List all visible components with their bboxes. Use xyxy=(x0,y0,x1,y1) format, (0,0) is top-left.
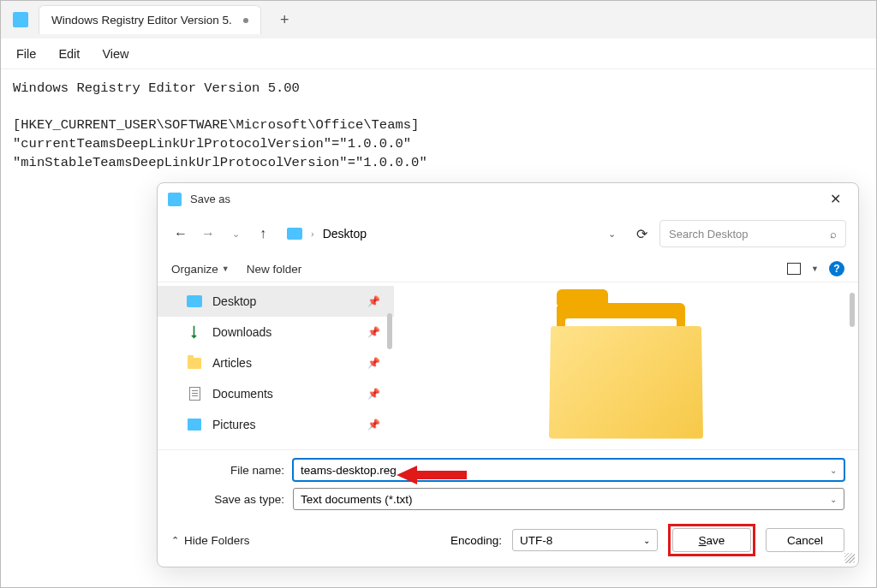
chevron-down-icon[interactable]: ⌄ xyxy=(608,229,616,240)
organize-button[interactable]: Organize ▼ xyxy=(171,263,230,276)
close-button[interactable]: ✕ xyxy=(823,189,848,209)
document-icon xyxy=(189,387,200,401)
menu-view[interactable]: View xyxy=(102,47,128,61)
pin-icon: 📌 xyxy=(367,388,380,400)
monitor-icon xyxy=(187,295,202,307)
recent-locations-button[interactable]: ⌄ xyxy=(224,223,247,245)
save-as-dialog: Save as ✕ ← → ⌄ ↑ › Desktop ⌄ ⟳ Search D… xyxy=(157,182,859,567)
sidebar-item-desktop[interactable]: Desktop 📌 xyxy=(158,286,394,317)
dialog-title: Save as xyxy=(190,193,230,205)
resize-handle[interactable] xyxy=(844,553,855,563)
content-scrollbar[interactable] xyxy=(850,293,855,327)
hide-folders-button[interactable]: ⌃ Hide Folders xyxy=(171,534,250,547)
download-icon: ⭣ xyxy=(187,324,202,340)
pin-icon: 📌 xyxy=(367,326,380,338)
save-type-select[interactable]: Text documents (*.txt) ⌄ xyxy=(293,488,844,510)
sidebar-scrollbar[interactable] xyxy=(387,313,392,349)
picture-icon xyxy=(188,419,201,431)
view-options-button[interactable] xyxy=(787,263,801,275)
new-tab-button[interactable]: + xyxy=(273,8,296,33)
tab-title: Windows Registry Editor Version 5. xyxy=(51,14,232,27)
menu-file[interactable]: File xyxy=(16,47,36,61)
content-pane[interactable] xyxy=(394,282,858,449)
encoding-label: Encoding: xyxy=(450,534,502,547)
dialog-toolbar: Organize ▼ New folder ▼ ? xyxy=(158,256,858,282)
back-button[interactable]: ← xyxy=(170,223,192,245)
forward-button[interactable]: → xyxy=(197,223,219,245)
desktop-icon xyxy=(287,228,302,240)
sidebar-item-articles[interactable]: Articles 📌 xyxy=(158,347,394,378)
menu-edit[interactable]: Edit xyxy=(58,47,80,61)
notepad-app-icon xyxy=(13,12,28,27)
chevron-up-icon: ⌃ xyxy=(171,535,179,546)
navigation-bar: ← → ⌄ ↑ › Desktop ⌄ ⟳ Search Desktop ⌕ xyxy=(158,215,858,256)
dialog-footer: ⌃ Hide Folders Encoding: UTF-8 ⌄ Save Ca… xyxy=(158,514,858,567)
cancel-button[interactable]: Cancel xyxy=(766,528,844,552)
search-icon: ⌕ xyxy=(830,228,837,241)
chevron-down-icon[interactable]: ⌄ xyxy=(830,495,837,504)
pin-icon: 📌 xyxy=(367,295,380,307)
unsaved-dot-icon xyxy=(243,18,248,23)
search-placeholder: Search Desktop xyxy=(669,228,749,241)
pin-icon: 📌 xyxy=(367,357,380,369)
sidebar-item-documents[interactable]: Documents 📌 xyxy=(158,378,394,409)
editor-content[interactable]: Windows Registry Editor Version 5.00 [HK… xyxy=(1,69,876,182)
save-button[interactable]: Save xyxy=(672,528,751,552)
chevron-down-icon[interactable]: ⌄ xyxy=(643,536,650,545)
chevron-right-icon: › xyxy=(311,229,314,239)
caret-down-icon[interactable]: ▼ xyxy=(811,264,819,273)
tab-bar: Windows Registry Editor Version 5. + xyxy=(1,1,876,39)
refresh-button[interactable]: ⟳ xyxy=(629,221,654,246)
folder-icon xyxy=(188,358,201,369)
dialog-titlebar: Save as ✕ xyxy=(158,183,858,215)
search-input[interactable]: Search Desktop ⌕ xyxy=(659,220,846,247)
save-button-highlight: Save xyxy=(668,524,755,556)
file-name-input[interactable]: teams-desktop.reg ⌄ xyxy=(293,459,844,481)
navigation-sidebar: Desktop 📌 ⭣ Downloads 📌 Articles 📌 Docum… xyxy=(158,282,394,449)
sidebar-item-downloads[interactable]: ⭣ Downloads 📌 xyxy=(158,317,394,347)
save-type-label: Save as type: xyxy=(171,493,284,506)
breadcrumb-item[interactable]: Desktop xyxy=(323,227,367,241)
up-button[interactable]: ↑ xyxy=(252,223,274,245)
menu-bar: File Edit View xyxy=(1,39,876,69)
save-icon xyxy=(168,193,182,206)
encoding-select[interactable]: UTF-8 ⌄ xyxy=(512,529,658,551)
sidebar-item-pictures[interactable]: Pictures 📌 xyxy=(158,409,394,440)
pin-icon: 📌 xyxy=(367,419,380,431)
dialog-body: Desktop 📌 ⭣ Downloads 📌 Articles 📌 Docum… xyxy=(158,282,858,450)
dialog-fields: File name: teams-desktop.reg ⌄ Save as t… xyxy=(158,450,858,514)
folder-large-icon xyxy=(545,303,707,440)
caret-down-icon: ▼ xyxy=(222,264,230,273)
document-tab[interactable]: Windows Registry Editor Version 5. xyxy=(39,5,261,34)
new-folder-button[interactable]: New folder xyxy=(247,263,302,276)
file-name-label: File name: xyxy=(171,464,284,477)
address-bar[interactable]: › Desktop ⌄ xyxy=(279,220,623,247)
help-button[interactable]: ? xyxy=(829,261,844,276)
chevron-down-icon[interactable]: ⌄ xyxy=(830,466,837,475)
